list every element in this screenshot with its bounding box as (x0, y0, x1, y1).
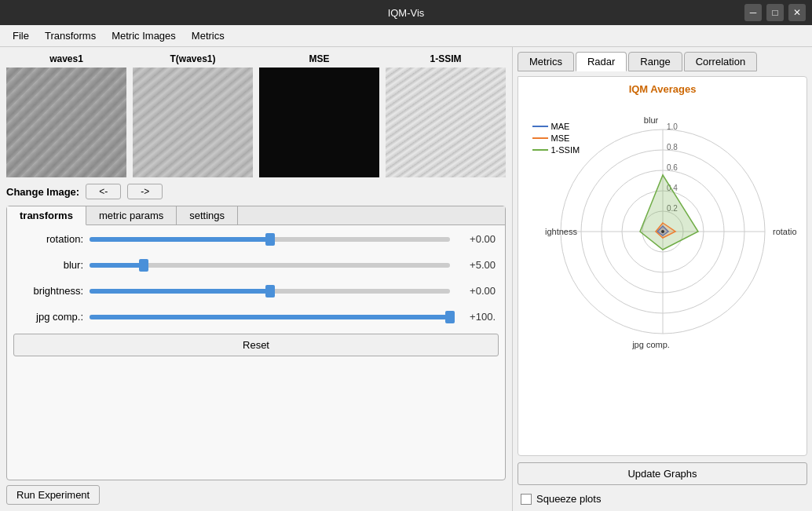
legend-ssim: 1-SSIM (532, 145, 580, 155)
ssim-label: 1-SSIM (551, 145, 580, 155)
tab-settings[interactable]: settings (177, 206, 238, 224)
jpg-comp-slider-row: jpg comp.: +100. (16, 311, 496, 323)
main-content: waves1 T(waves1) MSE 1-SSIM Change Image… (0, 47, 812, 511)
svg-text:ightness: ightness (545, 227, 577, 236)
reset-button[interactable]: Reset (13, 334, 499, 356)
mse-label: MSE (551, 133, 570, 143)
ssim-polygon (640, 175, 698, 250)
jpg-comp-slider[interactable] (90, 315, 450, 319)
svg-point-18 (661, 230, 664, 233)
right-panel: Metrics Radar Range Correlation IQM Aver… (512, 47, 812, 511)
run-experiment-button[interactable]: Run Experiment (6, 485, 100, 505)
blur-fill (90, 263, 144, 268)
maximize-button[interactable]: □ (766, 4, 784, 21)
brightness-thumb (265, 285, 275, 297)
legend: MAE MSE 1-SSIM (532, 122, 580, 155)
legend-mse: MSE (532, 133, 580, 143)
jpg-comp-value: +100. (456, 311, 496, 323)
svg-text:jpg comp.: jpg comp. (631, 340, 670, 349)
run-experiment-row: Run Experiment (6, 485, 506, 505)
prev-image-button[interactable]: <- (86, 184, 121, 199)
tab-radar[interactable]: Radar (576, 52, 627, 71)
rotation-thumb (265, 233, 275, 246)
chart-title: IQM Averages (629, 83, 697, 95)
legend-mae: MAE (532, 122, 580, 131)
label-twaves1: T(waves1) (133, 53, 253, 64)
svg-text:blur: blur (643, 115, 658, 125)
rotation-fill (90, 237, 270, 242)
change-image-row: Change Image: <- -> (6, 182, 506, 201)
tab-transforms[interactable]: transforms (7, 206, 86, 225)
jpg-comp-fill (90, 315, 450, 319)
change-image-label: Change Image: (6, 186, 79, 198)
menu-metrics[interactable]: Metrics (185, 28, 231, 43)
radar-chart: MAE MSE 1-SSIM (529, 98, 796, 365)
tab-range[interactable]: Range (628, 52, 682, 71)
svg-text:1.0: 1.0 (667, 122, 678, 131)
rotation-slider-row: rotation: +0.00 (16, 233, 496, 245)
brightness-value: +0.00 (456, 285, 496, 297)
mae-label: MAE (551, 122, 570, 131)
label-waves1: waves1 (6, 53, 126, 64)
left-tab-panel: transforms metric params settings rotati… (6, 206, 506, 480)
image-labels-row: waves1 T(waves1) MSE 1-SSIM (6, 53, 506, 64)
app-title: IQM-Vis (388, 7, 425, 19)
menu-metric-images[interactable]: Metric Images (105, 28, 182, 43)
label-mse: MSE (259, 53, 379, 64)
blur-value: +5.00 (456, 259, 496, 271)
squeeze-plots-row: Squeeze plots (518, 491, 807, 506)
image-ssim (386, 68, 506, 177)
app-body: File Transforms Metric Images Metrics wa… (0, 25, 812, 511)
next-image-button[interactable]: -> (127, 184, 163, 199)
brightness-slider[interactable] (90, 289, 450, 294)
ssim-line-icon (532, 149, 548, 151)
images-row (6, 68, 506, 177)
minimize-button[interactable]: ─ (744, 4, 762, 21)
rotation-value: +0.00 (456, 233, 496, 245)
jpg-comp-thumb (445, 311, 455, 323)
left-tab-headers: transforms metric params settings (7, 206, 505, 225)
label-ssim: 1-SSIM (386, 53, 506, 64)
svg-text:0.6: 0.6 (667, 163, 678, 172)
menu-file[interactable]: File (6, 28, 35, 43)
title-bar-controls: ─ □ ✕ (744, 4, 806, 21)
mse-line-icon (532, 137, 548, 139)
brightness-label: brightness: (16, 285, 83, 297)
blur-slider[interactable] (90, 263, 450, 268)
title-bar: IQM-Vis ─ □ ✕ (0, 0, 812, 25)
chart-container: IQM Averages MAE MSE (518, 76, 807, 456)
squeeze-plots-checkbox[interactable] (521, 494, 532, 505)
svg-text:0.8: 0.8 (667, 143, 678, 151)
menu-transforms[interactable]: Transforms (38, 28, 102, 43)
right-tabs: Metrics Radar Range Correlation (518, 52, 807, 71)
svg-text:rotatio: rotatio (773, 227, 796, 236)
rotation-slider[interactable] (90, 237, 450, 242)
tab-metric-params[interactable]: metric params (86, 206, 177, 224)
blur-thumb (139, 259, 148, 272)
tab-metrics[interactable]: Metrics (518, 52, 574, 71)
images-section: waves1 T(waves1) MSE 1-SSIM (6, 53, 506, 177)
image-waves1 (6, 68, 126, 177)
rotation-label: rotation: (16, 233, 83, 245)
menu-bar: File Transforms Metric Images Metrics (0, 25, 812, 47)
squeeze-plots-label: Squeeze plots (536, 493, 601, 505)
transforms-tab-content: rotation: +0.00 blur: (7, 225, 505, 330)
jpg-comp-label: jpg comp.: (16, 311, 83, 323)
left-panel: waves1 T(waves1) MSE 1-SSIM Change Image… (0, 47, 512, 511)
blur-label: blur: (16, 259, 83, 271)
blur-slider-row: blur: +5.00 (16, 259, 496, 271)
image-twaves1 (133, 68, 253, 177)
update-graphs-button[interactable]: Update Graphs (518, 462, 807, 485)
brightness-slider-row: brightness: +0.00 (16, 285, 496, 297)
close-button[interactable]: ✕ (788, 4, 806, 21)
mae-line-icon (532, 126, 548, 127)
brightness-fill (90, 289, 270, 294)
image-mse (259, 68, 379, 177)
tab-correlation[interactable]: Correlation (684, 52, 758, 71)
